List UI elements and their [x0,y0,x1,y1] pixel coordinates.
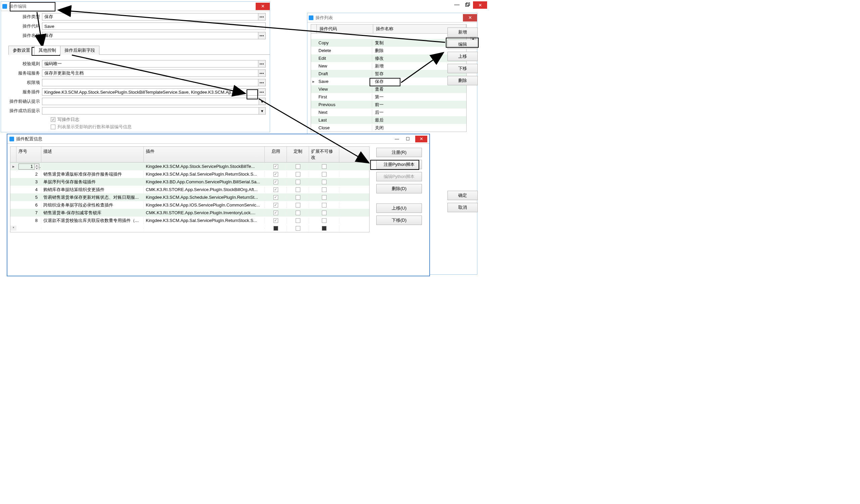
ext-checkbox[interactable] [322,180,327,184]
ok-button[interactable]: 确定 [447,191,478,200]
col-ext[interactable]: 扩展不可修改 [309,147,339,162]
custom-checkbox[interactable] [296,180,300,184]
op-table: 操作代码 操作名称 Copy复制Delete删除Edit修改New新增Draft… [311,24,467,132]
tab-params[interactable]: 参数设置 [9,46,34,55]
col-op-code[interactable]: 操作代码 [317,25,373,33]
plugin-row[interactable]: ▸1▴▾Kingdee.K3.SCM.App.Stock.ServicePlug… [11,163,369,170]
col-plugin[interactable]: 插件 [144,147,265,162]
pre-confirm-dropdown[interactable]: ▾ [259,98,266,105]
custom-checkbox[interactable] [296,172,300,177]
validate-input[interactable]: 编码唯一 ••• [42,60,266,68]
success-dropdown[interactable]: ▾ [259,107,266,114]
op-row-view[interactable]: View查看 [311,85,466,93]
custom-checkbox[interactable] [296,203,300,208]
permission-input[interactable]: ••• [42,79,266,86]
col-custom[interactable]: 定制 [287,147,309,162]
ext-checkbox[interactable] [322,218,327,223]
plugin-row[interactable]: 2销售退货单通版标准保存操作服务端插件Kingdee.K3.SCM.App.Sa… [11,170,369,178]
enable-checkbox[interactable] [273,180,278,184]
op-type-input[interactable]: 保存 ••• [42,13,266,20]
enable-checkbox[interactable] [273,203,278,208]
plugin-new-row[interactable]: * [11,224,369,232]
plugin-maximize[interactable]: ☐ [404,136,411,142]
op-row-edit[interactable]: Edit修改 [311,55,466,62]
delete-plugin-button[interactable]: 删除(D) [376,184,422,193]
close-button[interactable]: ✕ [473,1,487,9]
op-code-input[interactable]: Save [42,23,266,30]
maximize-button[interactable] [462,1,473,8]
write-log-checkbox[interactable] [51,117,55,122]
list-down-button[interactable]: 下移 [447,64,478,73]
ext-checkbox[interactable] [322,187,327,192]
enable-checkbox[interactable] [273,226,278,231]
plugin-row[interactable]: 4购销库存单据结算组织变更插件CMK.K3.RI.STORE.App.Servi… [11,186,369,193]
op-name-input[interactable]: 保存 ••• [42,32,266,39]
minimize-button[interactable]: — [452,1,462,8]
permission-browse[interactable]: ••• [258,79,266,86]
edit-dialog-close[interactable]: ✕ [256,3,270,10]
ext-checkbox[interactable] [322,172,327,177]
tab-other-controls[interactable]: 其他控制 [34,46,60,55]
custom-checkbox[interactable] [296,218,300,223]
register-python-button[interactable]: 注册Python脚本 [376,160,422,169]
success-input[interactable]: ▾ [42,107,266,115]
custom-checkbox[interactable] [296,187,300,192]
op-row-last[interactable]: Last最后 [311,116,466,124]
list-add-button[interactable]: 新增 [447,28,478,37]
enable-checkbox[interactable] [273,164,278,169]
list-up-button[interactable]: 上移 [447,52,478,61]
register-button[interactable]: 注册(R) [376,148,422,157]
server-service-input[interactable]: 保存并更新批号主档 ••• [42,70,266,77]
custom-checkbox[interactable] [296,226,300,231]
op-row-first[interactable]: First第一 [311,93,466,101]
op-row-delete[interactable]: Delete删除 [311,47,466,55]
op-row-copy[interactable]: Copy复制 [311,39,466,47]
col-desc[interactable]: 描述 [41,147,144,162]
plugin-row[interactable]: 7销售退货单-保存扣减零售锁库CMK.K3.RI.STORE.App.Servi… [11,209,369,217]
ext-checkbox[interactable] [322,195,327,200]
op-row-save[interactable]: ▸Save保存 [311,77,466,85]
tab-refresh-fields[interactable]: 操作后刷新字段 [60,46,99,55]
ext-checkbox[interactable] [322,226,327,231]
pre-confirm-label: 操作前确认提示 [5,99,42,104]
enable-checkbox[interactable] [273,195,278,200]
op-row-previous[interactable]: Previous前一 [311,101,466,108]
plugin-close[interactable]: ✕ [415,136,427,143]
op-row-draft[interactable]: Draft暂存 [311,70,466,77]
list-close[interactable]: ✕ [463,14,477,21]
op-name-browse[interactable]: ••• [258,32,266,39]
plugin-row[interactable]: 6跨组织业务单据字段必录性检查插件Kingdee.K3.SCM.App.IOS.… [11,201,369,209]
validate-browse[interactable]: ••• [258,60,266,67]
plugin-row[interactable]: 8仅退款不退货校验出库关联应收数量专用插件（...Kingdee.K3.SCM.… [11,217,369,224]
show-affected-checkbox[interactable] [51,124,55,129]
op-row-new[interactable]: New新增 [311,62,466,70]
move-down-button[interactable]: 下移(D) [376,216,422,225]
plugin-row[interactable]: 5管易销售退货单保存更新对账状态、对账日期服...Kingdee.K3.SCM.… [11,193,369,201]
list-delete-button[interactable]: 删除 [447,76,478,85]
plugin-minimize[interactable]: — [393,136,400,142]
list-edit-button[interactable]: 编辑 [447,40,478,49]
op-row-close[interactable]: Close关闭 [311,124,466,132]
enable-checkbox[interactable] [273,218,278,223]
move-up-button[interactable]: 上移(U) [376,204,422,213]
col-seq[interactable]: 序号 [16,147,41,162]
server-service-browse[interactable]: ••• [258,70,266,77]
plugin-row[interactable]: 3单据序列号保存服务端插件Kingdee.K3.BD.App.Common.Se… [11,178,369,186]
enable-checkbox[interactable] [273,210,278,215]
ext-checkbox[interactable] [322,203,327,208]
app-icon [309,15,313,20]
enable-checkbox[interactable] [273,172,278,177]
op-row-next[interactable]: Next后一 [311,108,466,116]
custom-checkbox[interactable] [296,164,300,169]
custom-checkbox[interactable] [296,195,300,200]
col-enable[interactable]: 启用 [265,147,287,162]
pre-confirm-input[interactable]: ▾ [42,98,266,105]
plugin-input[interactable]: Kingdee.K3.SCM.App.Stock.ServicePlugIn.S… [42,88,266,96]
cancel-button[interactable]: 取消 [447,203,478,212]
plugin-browse[interactable]: ••• [258,89,266,95]
ext-checkbox[interactable] [322,210,327,215]
ext-checkbox[interactable] [322,164,327,169]
custom-checkbox[interactable] [296,210,300,215]
op-type-browse[interactable]: ••• [258,13,266,20]
enable-checkbox[interactable] [273,187,278,192]
